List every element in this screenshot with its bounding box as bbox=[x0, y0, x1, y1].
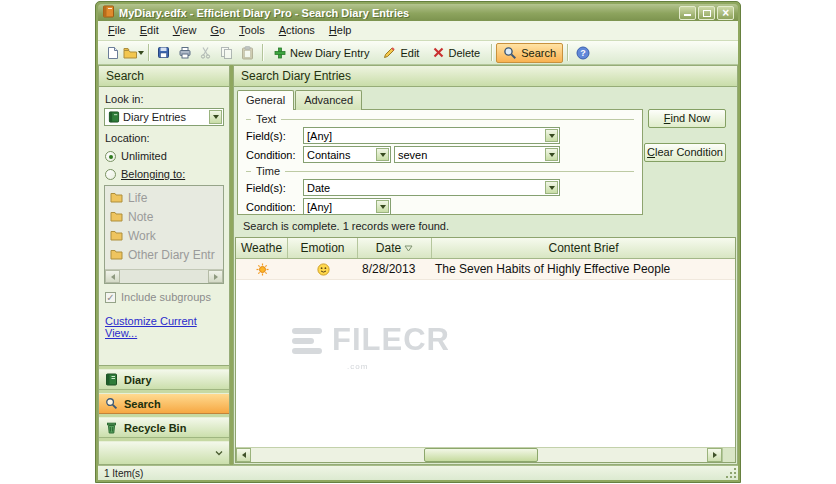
smiley-icon bbox=[317, 263, 330, 276]
search-toolbar-button[interactable]: Search bbox=[496, 43, 563, 63]
copy-icon[interactable] bbox=[216, 43, 237, 63]
scrollbar-thumb[interactable] bbox=[424, 448, 538, 462]
radio-button[interactable] bbox=[105, 151, 116, 162]
text-fields-select[interactable]: [Any] bbox=[303, 127, 560, 144]
folder-icon bbox=[110, 230, 123, 241]
radio-unlimited-label: Unlimited bbox=[121, 150, 167, 162]
nav-recycle-bin-button[interactable]: Recycle Bin bbox=[99, 417, 229, 438]
nav-configure-strip[interactable] bbox=[99, 441, 229, 464]
menu-item-view[interactable]: View bbox=[166, 21, 204, 40]
menubar: File Edit View Go Tools Actions Help bbox=[98, 21, 738, 41]
tab-general[interactable]: General bbox=[237, 90, 294, 110]
group-folder-list: Life Note Work Other Diary Entr bbox=[104, 185, 224, 284]
table-row[interactable]: 8/28/2013 The Seven Habits of Highly Eff… bbox=[236, 259, 735, 280]
menu-item-help[interactable]: Help bbox=[322, 21, 359, 40]
find-now-button[interactable]: Find Now bbox=[648, 109, 726, 128]
search-keyword-value: seven bbox=[398, 149, 427, 161]
resize-grip[interactable] bbox=[724, 466, 738, 480]
dropdown-arrow-icon[interactable] bbox=[376, 148, 389, 161]
folder-icon bbox=[110, 249, 123, 260]
dropdown-arrow-icon[interactable] bbox=[376, 200, 389, 213]
menu-item-edit[interactable]: Edit bbox=[133, 21, 166, 40]
text-condition-select[interactable]: Contains bbox=[303, 146, 391, 163]
sidebar-body: Look in: Diary Entries Location: Unlimit… bbox=[98, 87, 230, 366]
folder-item-work: Work bbox=[105, 226, 223, 245]
chevron-down-icon bbox=[214, 450, 224, 457]
minimize-button[interactable] bbox=[679, 6, 696, 20]
radio-belonging-label: Belonging to: bbox=[121, 168, 185, 180]
scroll-right-button[interactable] bbox=[707, 448, 722, 462]
new-diary-entry-button[interactable]: New Diary Entry bbox=[267, 44, 376, 62]
toolbar: New Diary Entry Edit Delete Search ? bbox=[98, 41, 738, 65]
search-tabs: General Advanced bbox=[237, 90, 363, 110]
search-condition-panel: Text Field(s): [Any] Condition: Contains bbox=[237, 109, 643, 215]
folder-items: Life Note Work Other Diary Entr bbox=[105, 186, 223, 269]
time-fields-select[interactable]: Date bbox=[303, 179, 560, 196]
print-icon[interactable] bbox=[174, 43, 195, 63]
weather-cell bbox=[236, 259, 288, 279]
location-label: Location: bbox=[105, 132, 223, 144]
close-button[interactable]: × bbox=[717, 6, 734, 20]
time-condition-select[interactable]: [Any] bbox=[303, 198, 391, 215]
dropdown-arrow-icon[interactable] bbox=[209, 110, 222, 124]
clear-condition-button[interactable]: Clear Condition bbox=[644, 143, 726, 162]
text-condition-value: Contains bbox=[307, 149, 350, 161]
menu-item-actions[interactable]: Actions bbox=[272, 21, 322, 40]
maximize-button[interactable] bbox=[698, 6, 715, 20]
sun-icon bbox=[256, 263, 269, 276]
column-header-emotion[interactable]: Emotion bbox=[288, 238, 358, 258]
column-header-date[interactable]: Date bbox=[358, 238, 432, 258]
include-subgroups-row: Include subgroups bbox=[105, 291, 223, 303]
new-diary-entry-label: New Diary Entry bbox=[290, 47, 369, 59]
nav-diary-button[interactable]: Diary bbox=[99, 369, 229, 390]
nav-search-label: Search bbox=[124, 398, 161, 410]
menu-item-tools[interactable]: Tools bbox=[232, 21, 272, 40]
time-fields-label: Field(s): bbox=[246, 182, 303, 194]
menu-item-file[interactable]: File bbox=[101, 21, 133, 40]
radio-belonging-to[interactable]: Belonging to: bbox=[105, 168, 223, 180]
column-header-content-brief[interactable]: Content Brief bbox=[432, 238, 735, 258]
dropdown-arrow-icon[interactable] bbox=[545, 129, 558, 142]
text-group-separator: Text bbox=[246, 113, 634, 125]
save-icon[interactable] bbox=[153, 43, 174, 63]
nav-recycle-bin-label: Recycle Bin bbox=[124, 422, 186, 434]
tab-advanced[interactable]: Advanced bbox=[295, 90, 362, 110]
titlebar: MyDiary.edfx - Efficient Diary Pro - Sea… bbox=[98, 4, 738, 21]
column-header-weather[interactable]: Weathe bbox=[236, 238, 288, 258]
folder-icon bbox=[110, 192, 123, 203]
statusbar: 1 Item(s) bbox=[98, 465, 738, 480]
new-note-icon[interactable] bbox=[102, 43, 123, 63]
customize-view-link[interactable]: Customize Current View... bbox=[105, 315, 223, 339]
time-fields-value: Date bbox=[307, 182, 330, 194]
dropdown-arrow-icon[interactable] bbox=[545, 148, 558, 161]
delete-button[interactable]: Delete bbox=[426, 44, 487, 62]
open-icon[interactable] bbox=[123, 43, 144, 63]
look-in-select[interactable]: Diary Entries bbox=[104, 108, 224, 126]
text-fields-value: [Any] bbox=[307, 130, 332, 142]
edit-button[interactable]: Edit bbox=[376, 43, 426, 62]
delete-label: Delete bbox=[448, 47, 480, 59]
search-sidebar: Search Look in: Diary Entries Location: … bbox=[98, 65, 230, 465]
look-in-label: Look in: bbox=[105, 93, 223, 105]
maximize-icon bbox=[703, 10, 711, 17]
nav-diary-label: Diary bbox=[124, 374, 152, 386]
paste-icon[interactable] bbox=[237, 43, 258, 63]
scroll-left-icon bbox=[105, 270, 120, 283]
time-condition-label: Condition: bbox=[246, 201, 303, 213]
dropdown-arrow-icon[interactable] bbox=[545, 181, 558, 194]
scroll-left-button[interactable] bbox=[236, 448, 251, 462]
items-count: 1 Item(s) bbox=[104, 468, 143, 479]
scrollbar-track[interactable] bbox=[251, 448, 707, 462]
search-label: Search bbox=[521, 47, 556, 59]
horizontal-scrollbar bbox=[236, 447, 735, 462]
radio-unlimited[interactable]: Unlimited bbox=[105, 150, 223, 162]
menu-item-go[interactable]: Go bbox=[203, 21, 232, 40]
cut-icon[interactable] bbox=[195, 43, 216, 63]
search-keyword-input[interactable]: seven bbox=[394, 146, 560, 163]
close-icon: × bbox=[718, 7, 733, 19]
help-icon[interactable]: ? bbox=[572, 43, 593, 63]
nav-search-button[interactable]: Search bbox=[99, 393, 229, 414]
radio-button[interactable] bbox=[105, 169, 116, 180]
delete-x-icon bbox=[433, 47, 444, 58]
main-body: General Advanced Text Field(s): [Any] bbox=[233, 87, 738, 465]
